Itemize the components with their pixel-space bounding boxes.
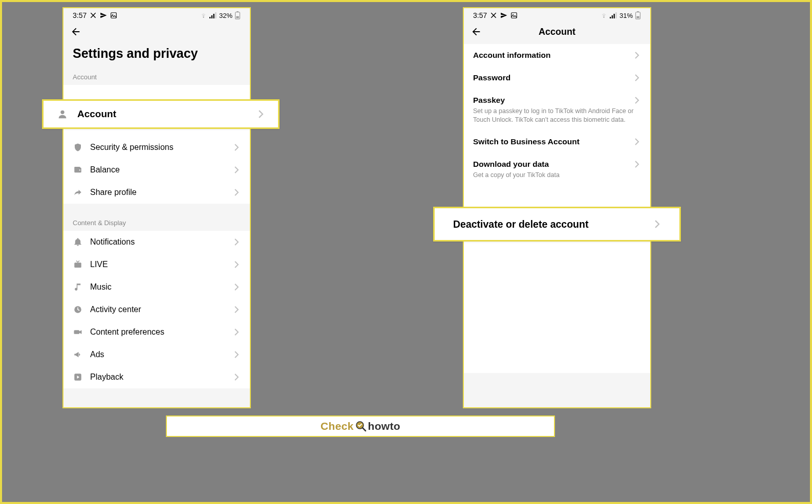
row-share-profile[interactable]: Share profile bbox=[63, 181, 250, 204]
row-label: Deactivate or delete account bbox=[453, 218, 653, 230]
tv-icon bbox=[73, 259, 83, 270]
chevron-right-icon bbox=[633, 138, 641, 146]
svg-rect-21 bbox=[613, 14, 614, 18]
row-playback[interactable]: Playback bbox=[63, 366, 250, 388]
row-activity-center[interactable]: Activity center bbox=[63, 298, 250, 321]
row-account-highlighted[interactable]: Account bbox=[42, 99, 280, 129]
status-left: 3:57 bbox=[473, 11, 518, 19]
signal-icon bbox=[209, 12, 217, 19]
wifi-icon bbox=[200, 12, 207, 19]
row-download-subtitle: Get a copy of your TikTok data bbox=[464, 171, 650, 186]
list-content-display: Notifications LIVE Music Activity center… bbox=[63, 231, 250, 388]
status-time: 3:57 bbox=[473, 11, 487, 19]
section-header-content: Content & Display bbox=[63, 211, 250, 231]
battery-icon bbox=[635, 11, 641, 19]
svg-rect-0 bbox=[111, 13, 117, 18]
chevron-right-icon bbox=[232, 283, 241, 291]
chevron-right-icon bbox=[232, 305, 241, 314]
svg-rect-10 bbox=[74, 167, 80, 168]
svg-rect-4 bbox=[213, 14, 214, 18]
x-icon bbox=[90, 12, 97, 19]
chevron-right-icon bbox=[232, 188, 241, 196]
row-label: Music bbox=[90, 282, 232, 292]
watermark-part1: Check bbox=[320, 420, 354, 432]
status-time: 3:57 bbox=[73, 11, 87, 19]
page-title: Settings and privacy bbox=[63, 41, 250, 65]
svg-point-1 bbox=[113, 14, 114, 15]
row-security[interactable]: Security & permissions bbox=[63, 136, 250, 159]
svg-rect-3 bbox=[211, 15, 212, 18]
magnifier-check-icon bbox=[355, 420, 367, 432]
row-label: Switch to Business Account bbox=[473, 137, 633, 146]
page-title: Account bbox=[539, 27, 575, 37]
row-content-preferences[interactable]: Content preferences bbox=[63, 321, 250, 343]
status-battery-pct: 31% bbox=[619, 12, 633, 19]
chevron-right-icon bbox=[653, 220, 661, 228]
row-label: Password bbox=[473, 73, 633, 82]
row-ads[interactable]: Ads bbox=[63, 343, 250, 366]
status-battery-pct: 32% bbox=[219, 12, 232, 19]
row-music[interactable]: Music bbox=[63, 276, 250, 298]
status-right: 31% bbox=[600, 11, 641, 19]
svg-point-16 bbox=[60, 111, 64, 114]
row-live[interactable]: LIVE bbox=[63, 253, 250, 276]
row-label: Playback bbox=[90, 372, 232, 382]
back-button[interactable] bbox=[470, 26, 482, 38]
spacer bbox=[63, 204, 250, 211]
clock-icon bbox=[73, 304, 83, 315]
svg-rect-17 bbox=[511, 13, 517, 18]
back-button[interactable] bbox=[70, 26, 82, 38]
row-switch-business[interactable]: Switch to Business Account bbox=[464, 130, 650, 153]
shield-icon bbox=[73, 142, 83, 152]
row-label: Activity center bbox=[90, 305, 232, 314]
chevron-right-icon bbox=[633, 51, 641, 59]
row-balance[interactable]: Balance bbox=[63, 159, 250, 181]
battery-icon bbox=[234, 11, 241, 19]
blank-area bbox=[464, 220, 650, 373]
row-label: Share profile bbox=[90, 188, 232, 197]
image-icon bbox=[510, 12, 518, 19]
chevron-right-icon bbox=[257, 110, 265, 118]
row-label: Balance bbox=[90, 165, 232, 174]
watermark-badge: Check howto bbox=[166, 415, 555, 437]
chevron-right-icon bbox=[232, 350, 241, 359]
bell-icon bbox=[73, 237, 83, 247]
row-notifications[interactable]: Notifications bbox=[63, 231, 250, 253]
chevron-right-icon bbox=[232, 143, 241, 151]
row-label: Account information bbox=[473, 51, 633, 60]
row-label: Notifications bbox=[90, 237, 232, 247]
row-label: Passkey bbox=[473, 96, 633, 105]
music-note-icon bbox=[73, 282, 83, 292]
image-icon bbox=[110, 12, 117, 19]
row-deactivate-highlighted[interactable]: Deactivate or delete account bbox=[433, 207, 681, 242]
svg-point-18 bbox=[513, 14, 514, 15]
wifi-icon bbox=[600, 12, 608, 19]
row-passkey[interactable]: Passkey bbox=[464, 89, 650, 107]
section-header-account: Account bbox=[63, 65, 250, 85]
watermark-part2: howto bbox=[368, 420, 400, 432]
chevron-right-icon bbox=[232, 373, 241, 381]
status-bar: 3:57 32% bbox=[63, 8, 250, 21]
svg-rect-20 bbox=[612, 15, 613, 18]
row-passkey-subtitle: Set up a passkey to log in to TikTok wit… bbox=[464, 107, 650, 130]
row-account-information[interactable]: Account information bbox=[464, 44, 650, 67]
row-password[interactable]: Password bbox=[464, 67, 650, 89]
status-right: 32% bbox=[200, 11, 241, 19]
chevron-right-icon bbox=[232, 166, 241, 174]
topbar bbox=[63, 21, 250, 41]
send-icon bbox=[100, 12, 107, 19]
row-label: Security & permissions bbox=[90, 143, 232, 152]
x-icon bbox=[490, 12, 497, 19]
svg-rect-5 bbox=[215, 12, 216, 18]
svg-rect-22 bbox=[615, 12, 616, 18]
svg-rect-8 bbox=[236, 16, 239, 18]
megaphone-icon bbox=[73, 349, 83, 360]
share-arrow-icon bbox=[73, 187, 83, 198]
phone-settings-screen: 3:57 32% Settings and privacy Account Pr… bbox=[62, 7, 251, 408]
svg-rect-12 bbox=[74, 262, 81, 268]
signal-icon bbox=[610, 12, 617, 19]
svg-point-11 bbox=[79, 169, 80, 170]
row-label: Ads bbox=[90, 350, 232, 359]
svg-line-27 bbox=[362, 428, 366, 431]
row-download-data[interactable]: Download your data bbox=[464, 153, 650, 171]
